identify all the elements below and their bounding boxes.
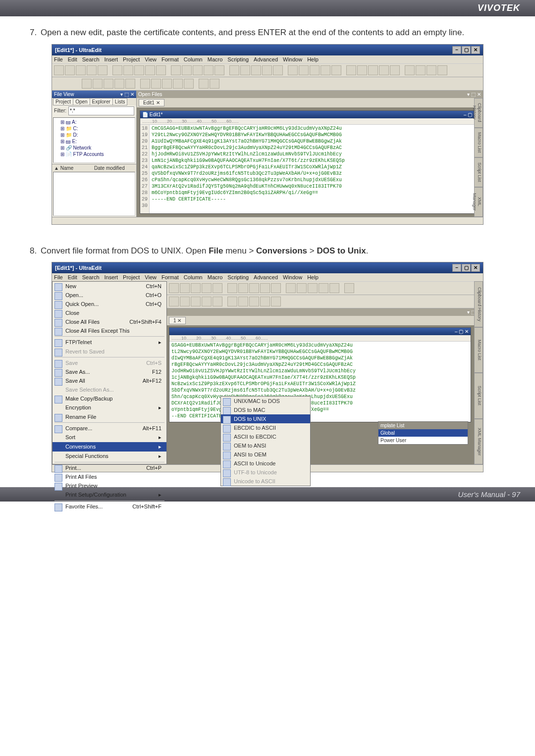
menu-project[interactable]: Project <box>123 56 140 62</box>
toolbar-button[interactable] <box>262 65 272 75</box>
toolbar-button[interactable] <box>114 79 124 89</box>
toolbar-button[interactable] <box>93 79 103 89</box>
toolbar-button[interactable] <box>213 297 222 306</box>
toolbar-button[interactable] <box>299 65 309 75</box>
side-tab-macro-list[interactable]: Macro List <box>474 128 483 157</box>
toolbar-button[interactable] <box>427 65 436 75</box>
toolbar-button[interactable] <box>199 79 209 89</box>
minimize-icon[interactable]: – <box>452 46 461 54</box>
right-side-tabs[interactable]: Clipboard HistoryMacro ListScript ListXM… <box>474 98 483 217</box>
side-tab-macro-list[interactable]: Macro List <box>474 327 483 373</box>
tree-node[interactable]: ⊞ 🖴 E: <box>54 138 134 145</box>
menu-format[interactable]: Format <box>161 274 179 280</box>
close-icon[interactable]: ✕ <box>471 264 480 272</box>
menu-insert[interactable]: Insert <box>105 274 118 280</box>
toolbar-button[interactable] <box>134 65 144 75</box>
toolbar-button[interactable] <box>169 297 179 306</box>
explorer-tab-open[interactable]: Open <box>73 98 90 105</box>
toolbar-button[interactable] <box>249 297 259 306</box>
toolbar-button[interactable] <box>288 65 298 75</box>
tree-node[interactable]: ⊞ 📁 C: <box>54 125 134 132</box>
menu-item-open-[interactable]: Open...Ctrl+O <box>53 291 166 300</box>
document-tab-row-2[interactable]: 1 ✕ <box>167 316 483 325</box>
menu-macro[interactable]: Macro <box>208 56 223 62</box>
toolbar-button[interactable] <box>156 65 166 75</box>
menu-window[interactable]: Window <box>283 56 302 62</box>
menu-item-rename-file[interactable]: Rename File <box>53 412 166 421</box>
menu-edit[interactable]: Edit <box>68 56 77 62</box>
menu-item-print-all-files[interactable]: Print All Files <box>53 472 166 481</box>
horizontal-scrollbar[interactable] <box>52 217 483 224</box>
toolbar-button[interactable] <box>65 65 75 75</box>
toolbar-button[interactable] <box>260 297 270 306</box>
toolbar-button[interactable] <box>271 283 281 293</box>
toolbar-button[interactable] <box>437 65 447 75</box>
document-tab-row[interactable]: Edit1 ✕ <box>137 98 483 107</box>
right-side-tabs-2[interactable]: Clipboard HistoryMacro ListScript ListXM… <box>474 281 483 464</box>
conv-item-dos-to-mac[interactable]: DOS to MAC <box>221 405 310 414</box>
menu-item-close-all-files-except-this[interactable]: Close All Files Except This <box>53 326 166 335</box>
open-files-header-2[interactable]: ▾ ⬚ ✕ <box>167 308 483 316</box>
template-power-user[interactable]: Power User <box>378 437 468 444</box>
toolbar-button[interactable] <box>227 297 237 306</box>
toolbar-button[interactable] <box>191 283 201 293</box>
certificate-text[interactable]: CmCGSAGG+EUBBxUwNTAvBggrBgEFBQcCARYjaHR0… <box>150 125 347 213</box>
conv-item-dos-to-unix[interactable]: DOS to UNIX <box>221 414 310 423</box>
side-tab-clipboard-history[interactable]: Clipboard History <box>474 281 483 327</box>
code-editor[interactable]: 18 19 20 21 22 23 24 25 26 27 28 29 30 C… <box>140 125 480 213</box>
menu-item-save-all[interactable]: Save AllAlt+F12 <box>53 376 166 385</box>
menu-column[interactable]: Column <box>184 56 203 62</box>
side-tab-clipboard-history[interactable]: Clipboard History <box>474 98 483 128</box>
menu-column[interactable]: Column <box>184 274 203 280</box>
toolbar-button[interactable] <box>321 65 330 75</box>
toolbar-button[interactable] <box>238 297 248 306</box>
explorer-tabs[interactable]: ProjectOpenExplorerLists <box>52 98 136 105</box>
toolbar-button[interactable] <box>151 79 161 89</box>
toolbar-button[interactable] <box>331 65 341 75</box>
conv-item-ascii-to-ebcdic[interactable]: ASCII to EBCDIC <box>221 432 310 441</box>
window-control-buttons[interactable]: –▢✕ <box>452 46 480 54</box>
menu-item-make-copy-backup[interactable]: Make Copy/Backup <box>53 394 166 403</box>
toolbar-button[interactable] <box>344 283 354 293</box>
menu-search[interactable]: Search <box>82 56 100 62</box>
template-global[interactable]: Global <box>378 429 468 437</box>
toolbar-button[interactable] <box>104 79 113 89</box>
conv-item-ebcdic-to-ascii[interactable]: EBCDIC to ASCII <box>221 423 310 432</box>
toolbar-button[interactable] <box>346 65 356 75</box>
conv-item-unix-mac-to-dos[interactable]: UNIX/MAC to DOS <box>221 397 310 405</box>
menu-macro[interactable]: Macro <box>208 274 223 280</box>
toolbar-button[interactable] <box>251 65 261 75</box>
toolbar-button[interactable] <box>125 79 135 89</box>
toolbar-button[interactable] <box>368 65 378 75</box>
tree-node[interactable]: ⊞ 📄 FTP Accounts <box>54 151 134 157</box>
menu-item-conversions[interactable]: Conversions▸ <box>53 442 166 452</box>
document-tab-2[interactable]: 1 ✕ <box>169 317 186 324</box>
menu-format[interactable]: Format <box>161 56 179 62</box>
toolbar-button[interactable] <box>238 283 248 293</box>
toolbar-button[interactable] <box>271 297 281 306</box>
toolbar-button[interactable] <box>173 79 183 89</box>
menu-advanced[interactable]: Advanced <box>254 274 278 280</box>
conversions-submenu[interactable]: UNIX/MAC to DOSDOS to MACDOS to UNIXEBCD… <box>220 396 311 486</box>
tree-node[interactable]: ⊞ 📁 D: <box>54 132 134 138</box>
menu-item-close-all-files[interactable]: Close All FilesCtrl+Shift+F4 <box>53 317 166 326</box>
menu-project[interactable]: Project <box>123 274 140 280</box>
side-tab-xml-manager[interactable]: XML Manager <box>474 419 483 465</box>
menu-file[interactable]: File <box>54 56 63 62</box>
toolbar-button[interactable] <box>123 65 133 75</box>
toolbar-button[interactable] <box>98 65 107 75</box>
toolbar-button[interactable] <box>357 65 367 75</box>
menu-edit[interactable]: Edit <box>68 274 77 280</box>
toolbar-button[interactable] <box>297 283 307 293</box>
toolbar-button[interactable] <box>162 79 172 89</box>
tree-node[interactable]: ⊞ 🖴 A: <box>54 119 134 125</box>
code-editor-2[interactable]: GSAGG+EUBBxUwNTAvBggrBgEFBQcCARYjaHR0cHM… <box>169 342 471 422</box>
menu-item-save-as-[interactable]: Save As...F12 <box>53 367 166 376</box>
window-titlebar[interactable]: [Edit1*] - UltraEdit –▢✕ <box>52 45 483 55</box>
toolbar-button[interactable] <box>180 283 190 293</box>
col-name[interactable]: ▲ Name <box>54 165 94 171</box>
conv-item-oem-to-ansi[interactable]: OEM to ANSI <box>221 441 310 450</box>
maximize-icon[interactable]: ▢ <box>462 46 471 54</box>
window-titlebar-2[interactable]: [Edit1*] - UltraEdit –▢✕ <box>52 262 483 273</box>
tree-node[interactable]: ⊞ 🔗 Network <box>54 145 134 151</box>
